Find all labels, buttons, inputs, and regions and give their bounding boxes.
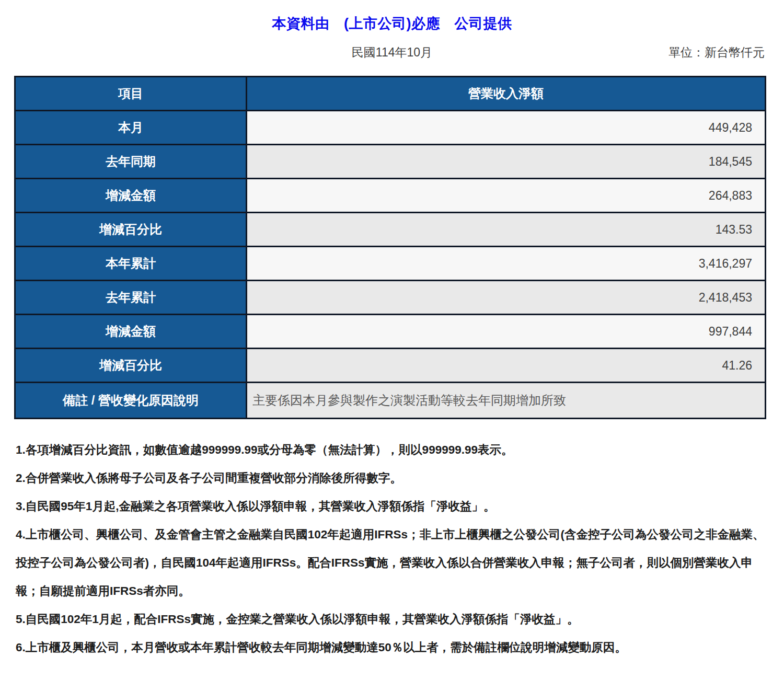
row-value: 997,844 <box>247 315 766 349</box>
row-label: 備註 / 營收變化原因說明 <box>15 383 247 419</box>
row-value: 3,416,297 <box>247 247 766 281</box>
row-label: 本月 <box>15 111 247 145</box>
row-value: 184,545 <box>247 145 766 179</box>
table-row-change-percent-cumulative: 增減百分比 41.26 <box>15 349 766 383</box>
table-header-row: 項目 營業收入淨額 <box>15 77 766 111</box>
report-subheader: 民國114年10月 單位：新台幣仟元 <box>0 44 784 60</box>
row-label: 增減百分比 <box>15 213 247 247</box>
row-value: 264,883 <box>247 179 766 213</box>
table-row-current-month: 本月 449,428 <box>15 111 766 145</box>
footnote-6: 6.上市櫃及興櫃公司，本月營收或本年累計營收較去年同期增減變動達50％以上者，需… <box>16 634 768 662</box>
revenue-table: 項目 營業收入淨額 本月 449,428 去年同期 184,545 增減金額 2… <box>14 76 766 419</box>
table-row-current-year-cumulative: 本年累計 3,416,297 <box>15 247 766 281</box>
footnotes: 1.各項增減百分比資訊，如數值逾越999999.99或分母為零（無法計算），則以… <box>16 436 768 662</box>
row-label: 去年同期 <box>15 145 247 179</box>
row-value: 143.53 <box>247 213 766 247</box>
column-header-item: 項目 <box>15 77 247 111</box>
row-label: 增減金額 <box>15 315 247 349</box>
footnote-1: 1.各項增減百分比資訊，如數值逾越999999.99或分母為零（無法計算），則以… <box>16 436 768 464</box>
footnote-3: 3.自民國95年1月起,金融業之各項營業收入係以淨額申報，其營業收入淨額係指「淨… <box>16 492 768 521</box>
table-row-change-amount-cumulative: 增減金額 997,844 <box>15 315 766 349</box>
row-label: 去年累計 <box>15 281 247 315</box>
monthly-revenue-report-page: 本資料由 (上市公司)必應 公司提供 民國114年10月 單位：新台幣仟元 項目… <box>0 0 784 691</box>
footnote-2: 2.合併營業收入係將母子公司及各子公司間重複營收部分消除後所得數字。 <box>16 464 768 492</box>
row-label: 增減百分比 <box>15 349 247 383</box>
row-label: 增減金額 <box>15 179 247 213</box>
currency-unit-label: 單位：新台幣仟元 <box>668 44 765 61</box>
report-period: 民國114年10月 <box>0 44 784 61</box>
column-header-net-revenue: 營業收入淨額 <box>247 77 766 111</box>
table-row-same-month-last-year: 去年同期 184,545 <box>15 145 766 179</box>
table-row-change-amount-month: 增減金額 264,883 <box>15 179 766 213</box>
row-value: 41.26 <box>247 349 766 383</box>
row-value: 2,418,453 <box>247 281 766 315</box>
footnote-4: 4.上市櫃公司、興櫃公司、及金管會主管之金融業自民國102年起適用IFRSs；非… <box>16 521 768 605</box>
table-row-change-percent-month: 增減百分比 143.53 <box>15 213 766 247</box>
remark-text: 主要係因本月參與製作之演製活動等較去年同期增加所致 <box>247 383 766 419</box>
row-value: 449,428 <box>247 111 766 145</box>
row-label: 本年累計 <box>15 247 247 281</box>
footnote-5: 5.自民國102年1月起，配合IFRSs實施，金控業之營業收入係以淨額申報，其營… <box>16 605 768 634</box>
page-title: 本資料由 (上市公司)必應 公司提供 <box>0 0 784 33</box>
table-row-remark: 備註 / 營收變化原因說明 主要係因本月參與製作之演製活動等較去年同期增加所致 <box>15 383 766 419</box>
table-row-last-year-cumulative: 去年累計 2,418,453 <box>15 281 766 315</box>
